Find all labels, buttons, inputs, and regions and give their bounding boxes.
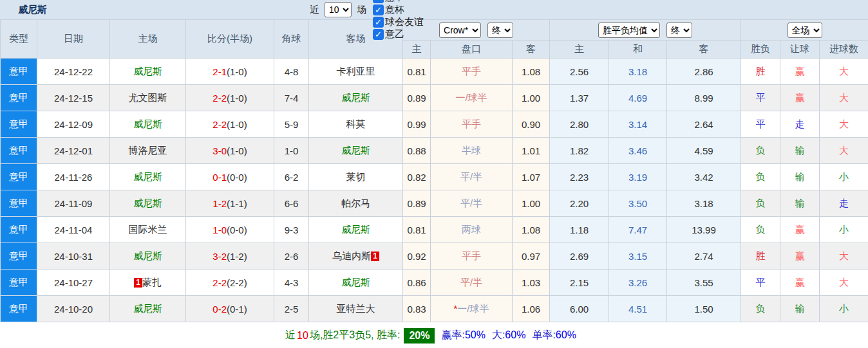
table-row: 意甲24-12-09威尼斯2-2(1-0)5-9科莫0.99平手0.902.80… [1,111,868,138]
full-time-score: 3-2 [212,251,227,262]
cell-goals-result: 大 [820,59,868,85]
cell-handicap: 一/球半 [431,85,513,111]
cell-handicap: 平手 [431,111,513,138]
table-row: 意甲24-12-22威尼斯2-1(1-0)4-8卡利亚里0.81平手1.082.… [1,59,868,85]
cell-handicap: *一/球半 [431,296,513,322]
team-name-link[interactable]: 蒙扎 [142,277,162,288]
cell-odds-home: 0.92 [403,243,431,270]
team-name-link[interactable]: 尤文图斯 [129,92,167,103]
cell-odds-away: 1.08 [513,217,550,243]
team-name-link[interactable]: 帕尔马 [341,197,370,208]
team-name-link[interactable]: 威尼斯 [133,303,162,314]
team-name-link[interactable]: 科莫 [346,118,366,129]
checked-checkbox-icon[interactable]: ✓ [373,17,384,28]
team-name-link[interactable]: 博洛尼亚 [129,145,167,156]
cell-goals-result: 小 [820,164,868,190]
team-name-link[interactable]: 亚特兰大 [337,303,375,314]
cell-corner: 7-4 [274,85,309,111]
cell-date: 24-12-15 [37,85,110,111]
win-rate-badge: 20% [404,328,435,343]
team-name-link[interactable]: 威尼斯 [133,118,162,129]
scope-select[interactable]: 全场 [788,23,822,38]
cell-date: 24-12-01 [37,138,110,164]
cell-home-team: 国际米兰 [110,217,186,243]
col-header-score: 比分(半场) [186,20,274,59]
rate-stat: 大:60% [492,329,525,340]
cell-corner: 6-6 [274,190,309,217]
cell-avg-draw: 3.18 [609,59,667,85]
team-name-link[interactable]: 威尼斯 [341,92,370,103]
cell-avg-home: 1.82 [550,138,609,164]
team-name-link[interactable]: 威尼斯 [341,224,370,235]
team-name-link[interactable]: 威尼斯 [133,250,162,261]
cell-corner: 4-3 [274,270,309,296]
cell-away-team: 科莫 [309,111,403,138]
cell-away-team: 亚特兰大 [309,296,403,322]
handicap-text: 平/半 [460,171,482,182]
full-time-score: 2-2 [212,93,227,104]
handicap-text: 平手 [462,66,481,77]
cell-corner: 9-3 [274,217,309,243]
cell-home-team: 威尼斯 [110,243,186,270]
cell-score: 1-0(0-0) [186,217,274,243]
team-name-link[interactable]: 乌迪内斯 [332,250,371,261]
cell-corner: 5-9 [274,111,309,138]
recent-count-select[interactable]: 10 [325,2,352,17]
team-name-link[interactable]: 卡利亚里 [337,66,375,77]
full-time-score: 1-0 [212,224,227,235]
cell-outcome: 平 [741,85,780,111]
filter-controls: 近 10 场 同客✓意甲✓意杯✓球会友谊✓意乙 [310,0,424,41]
half-time-score: (2-2) [227,277,247,288]
table-row: 意甲24-11-26威尼斯0-1(0-0)6-2莱切0.82平/半1.072.2… [1,164,868,190]
avg-time-select[interactable]: 终 [666,23,692,38]
team-name-link[interactable]: 威尼斯 [133,66,162,77]
cell-goals-result: 大 [820,138,868,164]
sub-header-odds-away: 客 [513,41,550,59]
cell-goals-result: 大 [820,111,868,138]
rate-stat: 单率:60% [532,329,576,340]
cell-odds-away: 1.00 [513,85,550,111]
team-name-link[interactable]: 威尼斯 [133,197,162,208]
cell-goals-result: 大 [820,270,868,296]
cell-goals-result: 小 [820,217,868,243]
cell-corner: 1-0 [274,138,309,164]
cell-date: 24-10-27 [37,270,110,296]
cell-handicap-result: 赢 [780,217,820,243]
checked-checkbox-icon[interactable]: ✓ [373,5,384,15]
half-time-score: (0-1) [227,304,247,315]
team-name-link[interactable]: 威尼斯 [133,171,162,182]
col-header-home: 主场 [110,20,186,59]
half-time-score: (1-2) [227,251,247,262]
cell-score: 2-2(1-0) [186,85,274,111]
half-time-score: (1-0) [227,119,247,130]
table-row: 意甲24-12-01博洛尼亚3-0(1-0)1-0威尼斯0.88半球1.011.… [1,138,868,164]
filter-label[interactable]: 意杯 [385,4,404,16]
match-table-body: 意甲24-12-22威尼斯2-1(1-0)4-8卡利亚里0.81平手1.082.… [1,59,868,322]
cell-avg-draw: 3.46 [609,138,667,164]
handicap-text: 平/半 [460,277,482,288]
checked-checkbox-icon[interactable]: ✓ [373,0,384,3]
recent-summary-count: 10 [297,330,308,342]
checked-checkbox-icon[interactable]: ✓ [373,29,384,40]
half-time-score: (1-1) [227,198,247,209]
sub-header-avg-away: 客 [667,41,741,59]
team-name-link[interactable]: 国际米兰 [129,224,167,235]
cell-goals-result: 走 [820,190,868,217]
col-header-corner: 角球 [274,20,309,59]
cell-handicap: 平手 [431,59,513,85]
team-name-link[interactable]: 莱切 [346,171,366,182]
cell-odds-away: 1.08 [513,59,550,85]
cell-corner: 4-8 [274,59,309,85]
bookmaker-select[interactable]: Crow* [439,23,481,38]
filter-label[interactable]: 意乙 [385,28,404,41]
cell-odds-home: 0.81 [403,59,431,85]
cell-home-team: 威尼斯 [110,190,186,217]
team-name-link[interactable]: 威尼斯 [341,277,370,288]
team-name-link[interactable]: 威尼斯 [341,145,370,156]
cell-handicap-result: 赢 [780,85,820,111]
odds-time-select[interactable]: 终 [487,23,513,38]
filter-label[interactable]: 球会友谊 [385,16,424,28]
cell-away-team: 帕尔马 [309,190,403,217]
avg-type-select[interactable]: 胜平负均值 [598,23,660,38]
filter-group: ✓意乙 [373,28,424,41]
